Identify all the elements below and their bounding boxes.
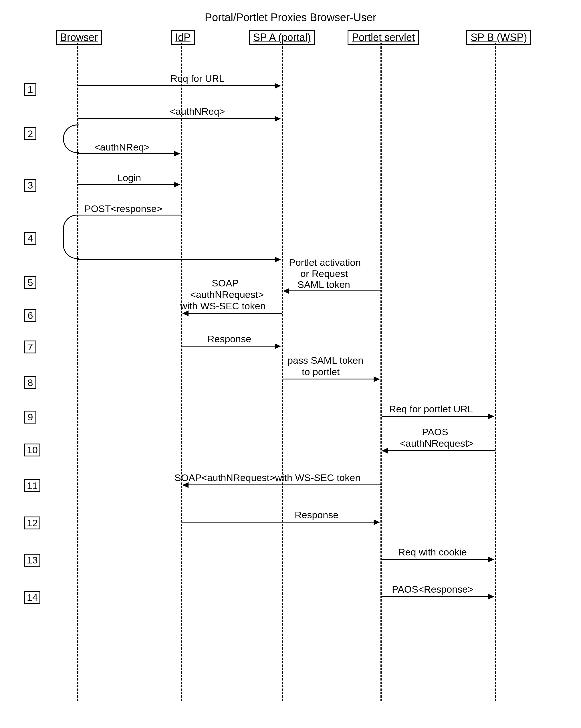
step-3-label: 3: [24, 179, 36, 192]
msg-10b-label: <authNRequest>: [400, 438, 473, 449]
step-1-label: 1: [24, 83, 36, 96]
arrow-5: [289, 290, 381, 291]
msg-14-label: PAOS<Response>: [392, 584, 473, 595]
step-10-label: 10: [24, 444, 40, 457]
participant-sp-b: SP B (WSP): [466, 30, 531, 45]
step-13-label: 13: [24, 554, 40, 567]
arrow-10-head: [381, 448, 388, 453]
step-12-label: 12: [24, 517, 40, 529]
self-curve-2: [63, 125, 79, 153]
arrow-2b: [78, 153, 175, 154]
arrow-13: [381, 559, 489, 560]
arrow-2a: [78, 118, 275, 119]
msg-11-label: SOAP<authNRequest>with WS-SEC token: [175, 472, 361, 483]
arrow-6-head: [182, 311, 188, 316]
arrow-7-head: [274, 343, 281, 349]
arrow-3: [78, 184, 175, 185]
arrow-4-head: [274, 257, 281, 262]
arrow-1-head: [274, 83, 281, 89]
msg-10a-label: PAOS: [422, 426, 448, 438]
arrow-14: [381, 596, 489, 597]
step-2-label: 2: [24, 127, 36, 140]
msg-6a-label: SOAP: [212, 278, 239, 289]
arrow-3-head: [174, 182, 180, 187]
msg-8b-label: to portlet: [302, 366, 340, 378]
arrow-14-head: [488, 594, 494, 599]
sequence-diagram: Portal/Portlet Proxies Browser-User Brow…: [11, 11, 570, 717]
step-4-label: 4: [24, 232, 36, 245]
msg-2b-label: <authNReq>: [95, 142, 150, 153]
arrow-10: [388, 450, 496, 451]
msg-5c-label: SAML token: [297, 279, 350, 290]
step-5-label: 5: [24, 276, 36, 289]
arrow-4: [78, 259, 275, 260]
lifeline-sp-a: [282, 43, 283, 701]
lifeline-portlet: [380, 43, 381, 701]
step-11-label: 11: [24, 479, 40, 492]
arrow-2a-head: [274, 116, 281, 122]
step-8-label: 8: [24, 376, 36, 389]
arrow-12: [182, 522, 374, 523]
participant-idp: IdP: [171, 30, 195, 45]
arrow-1: [78, 85, 275, 86]
msg-12-label: Response: [295, 510, 338, 521]
msg-1-label: Req for URL: [155, 73, 240, 84]
arrow-4a: [78, 215, 181, 215]
diagram-title: Portal/Portlet Proxies Browser-User: [205, 11, 376, 24]
arrow-7: [182, 346, 275, 346]
msg-7-label: Response: [207, 333, 251, 344]
arrow-13-head: [488, 556, 494, 562]
arrow-12-head: [374, 519, 380, 525]
participant-portlet: Portlet servlet: [348, 30, 419, 45]
msg-13-label: Req with cookie: [398, 547, 467, 558]
arrow-8-head: [374, 376, 380, 382]
arrow-8: [283, 379, 374, 380]
self-curve-4: [63, 215, 79, 259]
msg-5a-label: Portlet activation: [289, 257, 361, 268]
arrow-9: [381, 416, 489, 417]
msg-8a-label: pass SAML token: [288, 355, 363, 366]
step-14-label: 14: [24, 591, 40, 604]
participant-browser: Browser: [56, 30, 102, 45]
msg-6c-label: with WS-SEC token: [180, 301, 266, 312]
msg-6b-label: <authNRequest>: [190, 289, 264, 300]
msg-4-label: POST<response>: [84, 203, 162, 214]
arrow-11-head: [182, 482, 188, 488]
msg-2a-label: <authNReq>: [155, 106, 240, 117]
arrow-2b-head: [174, 151, 180, 157]
msg-5b-label: or Request: [300, 268, 348, 279]
arrow-6: [188, 313, 282, 314]
step-6-label: 6: [24, 309, 36, 322]
step-7-label: 7: [24, 341, 36, 354]
arrow-5-head: [283, 288, 289, 294]
msg-9-label: Req for portlet URL: [389, 404, 473, 415]
arrow-9-head: [488, 414, 494, 419]
lifeline-idp: [181, 43, 182, 701]
lifeline-sp-b: [495, 43, 496, 701]
msg-3-label: Login: [117, 172, 141, 183]
arrow-11: [188, 485, 381, 485]
step-9-label: 9: [24, 411, 36, 423]
